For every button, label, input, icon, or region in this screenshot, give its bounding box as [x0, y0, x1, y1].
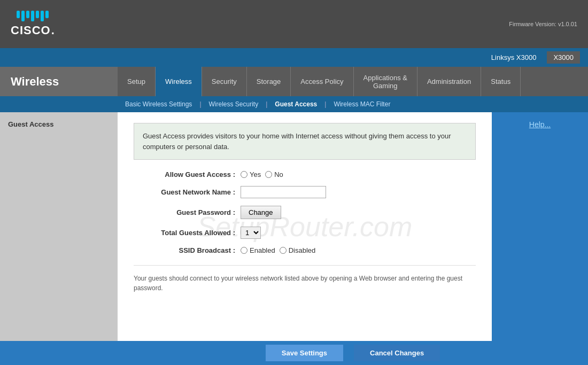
- nav-bar: Wireless Setup Wireless Security Storage…: [0, 67, 588, 96]
- sub-tab-guest-access[interactable]: Guest Access: [267, 97, 324, 111]
- sub-nav: Basic Wireless Settings | Wireless Secur…: [0, 96, 588, 112]
- total-guests-row: Total Guests Allowed : 1 2 3 4 5: [134, 227, 476, 239]
- cancel-changes-button[interactable]: Cancel Changes: [354, 345, 440, 361]
- nav-sidebar: Wireless: [0, 67, 118, 96]
- device-bar: Linksys X3000 X3000: [0, 48, 588, 67]
- cisco-logo: CISCO.: [11, 11, 55, 37]
- device-name: Linksys X3000: [491, 53, 537, 61]
- section-title: Wireless: [11, 75, 59, 89]
- cisco-bar-6: [41, 11, 44, 21]
- cisco-bar-2: [21, 11, 25, 21]
- main-area: Guest Access SetupRouter.com Guest Acces…: [0, 112, 588, 341]
- cisco-bar-7: [45, 11, 49, 18]
- ssid-enabled-radio-label[interactable]: Enabled: [241, 246, 275, 254]
- nav-tabs: Setup Wireless Security Storage Access P…: [118, 67, 588, 96]
- cisco-bar-3: [26, 11, 29, 18]
- total-guests-select[interactable]: 1 2 3 4 5: [241, 227, 261, 239]
- total-guests-label: Total Guests Allowed :: [134, 229, 241, 237]
- total-guests-control: 1 2 3 4 5: [241, 227, 261, 239]
- help-panel: Help...: [492, 112, 588, 341]
- form-section: Allow Guest Access : Yes No: [134, 170, 476, 254]
- header: CISCO. Firmware Version: v1.0.01: [0, 0, 588, 48]
- yes-radio-label[interactable]: Yes: [241, 170, 261, 178]
- ssid-broadcast-label: SSID Broadcast :: [134, 246, 241, 254]
- ssid-disabled-radio[interactable]: [280, 247, 287, 254]
- change-button[interactable]: Change: [241, 206, 281, 219]
- tab-storage[interactable]: Storage: [247, 67, 291, 96]
- cisco-bars-icon: [17, 11, 49, 21]
- no-radio[interactable]: [265, 171, 272, 178]
- guest-password-control: Change: [241, 206, 281, 219]
- guest-network-name-input[interactable]: [241, 186, 326, 198]
- tab-status[interactable]: Status: [481, 67, 521, 96]
- allow-guest-access-control: Yes No: [241, 170, 283, 178]
- device-model: X3000: [547, 51, 580, 64]
- page-layout: CISCO. Firmware Version: v1.0.01 Linksys…: [0, 0, 588, 365]
- cisco-bar-4: [31, 11, 34, 21]
- guest-network-name-control: [241, 186, 326, 198]
- footer-note: Your guests should connect to your wirel…: [134, 265, 476, 293]
- content-area: SetupRouter.com Guest Access provides vi…: [118, 112, 588, 341]
- footer-bar: Save Settings Cancel Changes: [0, 341, 588, 365]
- no-radio-label[interactable]: No: [265, 170, 283, 178]
- yes-label: Yes: [250, 170, 261, 178]
- firmware-version: Firmware Version: v1.0.01: [509, 21, 577, 27]
- tab-access-policy[interactable]: Access Policy: [291, 67, 353, 96]
- no-label: No: [274, 170, 283, 178]
- cisco-dot: .: [51, 24, 55, 37]
- tab-wireless[interactable]: Wireless: [156, 67, 202, 96]
- allow-guest-access-label: Allow Guest Access :: [134, 170, 241, 178]
- sidebar-title: Guest Access: [8, 120, 54, 128]
- guest-network-name-row: Guest Network Name :: [134, 186, 476, 198]
- tab-security[interactable]: Security: [202, 67, 247, 96]
- ssid-enabled-label: Enabled: [250, 246, 275, 254]
- content-main: SetupRouter.com Guest Access provides vi…: [118, 112, 492, 341]
- description-box: Guest Access provides visitors to your h…: [134, 123, 476, 160]
- tab-administration[interactable]: Administration: [417, 67, 481, 96]
- guest-password-row: Guest Password : Change: [134, 206, 476, 219]
- ssid-disabled-radio-label[interactable]: Disabled: [280, 246, 316, 254]
- tab-applications-gaming[interactable]: Applications &Gaming: [354, 67, 417, 96]
- left-sidebar: Guest Access: [0, 112, 118, 341]
- ssid-enabled-radio[interactable]: [241, 247, 247, 254]
- sub-tab-wireless-mac-filter[interactable]: Wireless MAC Filter: [326, 97, 398, 111]
- cisco-brand-text: CISCO: [11, 24, 51, 37]
- guest-password-label: Guest Password :: [134, 208, 241, 216]
- save-settings-button[interactable]: Save Settings: [266, 345, 343, 361]
- guest-network-name-label: Guest Network Name :: [134, 188, 241, 196]
- tab-setup[interactable]: Setup: [118, 67, 156, 96]
- sub-tab-wireless-security[interactable]: Wireless Security: [202, 97, 266, 111]
- cisco-bar-5: [36, 11, 39, 18]
- ssid-broadcast-row: SSID Broadcast : Enabled Disabled: [134, 246, 476, 254]
- cisco-bar-1: [17, 11, 20, 18]
- ssid-disabled-label: Disabled: [289, 246, 316, 254]
- sub-tab-basic-wireless[interactable]: Basic Wireless Settings: [118, 97, 199, 111]
- yes-radio[interactable]: [241, 171, 247, 178]
- allow-guest-access-row: Allow Guest Access : Yes No: [134, 170, 476, 178]
- help-link[interactable]: Help...: [529, 120, 551, 129]
- ssid-broadcast-control: Enabled Disabled: [241, 246, 315, 254]
